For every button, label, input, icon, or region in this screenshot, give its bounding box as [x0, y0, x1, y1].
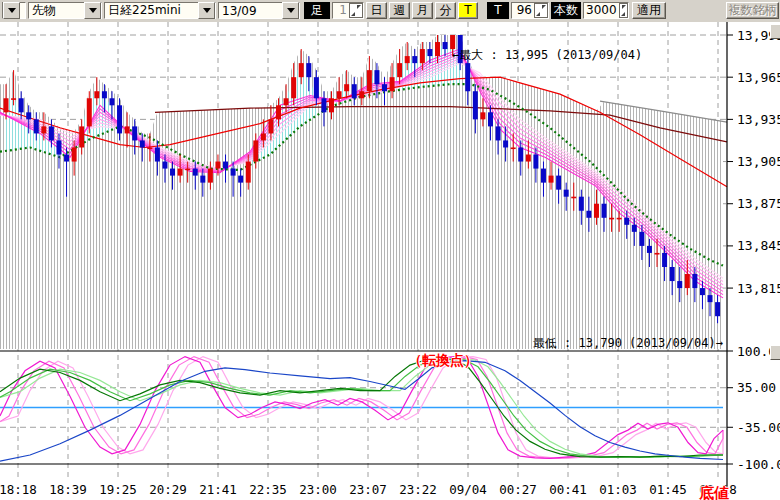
candle-down	[533, 155, 538, 169]
price-tick-label: 13,845	[737, 238, 780, 253]
candle-down	[662, 253, 667, 267]
candle-up	[511, 147, 516, 149]
candle-down	[155, 147, 160, 161]
candle-up	[420, 49, 425, 63]
contract-month-value: 13/09	[219, 4, 282, 18]
candle-down	[579, 197, 584, 211]
period-minute-button[interactable]: 分	[435, 2, 456, 19]
candle-up	[268, 119, 273, 133]
contract-month-combo[interactable]: 13/09	[218, 2, 300, 19]
candle-up	[87, 98, 92, 126]
candle-down	[321, 98, 326, 112]
candle-down	[314, 77, 319, 98]
toolbar: 先物 日経225mini 13/09 足 1 日 週 月 分 T T 96 本数…	[0, 0, 780, 23]
candle-down	[19, 98, 24, 112]
candle-down	[632, 225, 637, 232]
candle-down	[602, 204, 607, 218]
spin-icon[interactable]	[619, 3, 628, 18]
price-tick-label: 13,875	[737, 196, 780, 211]
candle-down	[556, 176, 561, 190]
candle-down	[200, 176, 205, 183]
spin-icon[interactable]	[534, 3, 548, 18]
candle-down	[412, 56, 417, 63]
candle-down	[352, 84, 357, 98]
bar-interval-stepper[interactable]: 1	[332, 2, 364, 19]
candle-down	[473, 91, 478, 119]
time-tick-label: 00:27	[499, 482, 537, 497]
multi-symbol-button[interactable]: 複数銘柄	[726, 2, 779, 19]
max-price-annotation: ←最大 : 13,995 (2013/09/04)	[452, 47, 642, 64]
candle-down	[586, 211, 591, 218]
chevron-down-icon[interactable]	[3, 2, 20, 19]
candle-down	[692, 274, 697, 288]
candle-up	[390, 77, 395, 91]
candle-up	[435, 42, 440, 56]
candle-up	[41, 126, 46, 133]
category-combo[interactable]: 先物	[28, 2, 102, 19]
candle-down	[443, 42, 448, 49]
candle-down	[56, 140, 61, 154]
period-month-button[interactable]: 月	[412, 2, 433, 19]
osc-tick-label: 35.00	[737, 380, 776, 395]
tick-mode-button[interactable]: T	[458, 2, 478, 19]
period-day-button[interactable]: 日	[366, 2, 387, 19]
price-tick-label: 13,935	[737, 112, 780, 127]
candle-down	[140, 140, 145, 147]
chevron-down-icon[interactable]	[84, 2, 101, 19]
axis-mini-button[interactable]	[770, 345, 780, 360]
candle-down	[541, 169, 546, 183]
candle-up	[4, 98, 9, 112]
axis-mini-button[interactable]	[770, 24, 780, 39]
candle-up	[299, 63, 304, 77]
candle-up	[329, 98, 334, 112]
candle-up	[253, 140, 258, 161]
candle-up	[685, 274, 690, 288]
candle-down	[64, 155, 69, 162]
period-week-button[interactable]: 週	[389, 2, 410, 19]
candle-down	[117, 105, 122, 133]
price-tick-label: 13,815	[737, 281, 780, 296]
candle-down	[700, 288, 705, 295]
candle-up	[276, 105, 281, 119]
candle-up	[11, 98, 16, 100]
candle-down	[26, 112, 31, 119]
candle-up	[344, 84, 349, 91]
tick-label: T	[487, 2, 509, 19]
candle-up	[526, 155, 531, 162]
bars-count-stepper[interactable]: 3000	[583, 2, 629, 19]
window-select-combo[interactable]	[2, 2, 26, 19]
candle-down	[223, 162, 228, 169]
candle-down	[503, 140, 508, 147]
candle-down	[647, 246, 652, 253]
candle-down	[49, 126, 54, 140]
candle-down	[34, 119, 39, 133]
spin-icon[interactable]	[349, 3, 363, 18]
instrument-combo[interactable]: 日経225mini	[104, 2, 216, 19]
time-tick-label: 01:45	[649, 482, 687, 497]
candle-up	[208, 169, 213, 183]
price-tick-label: 13,905	[737, 154, 780, 169]
chevron-down-icon[interactable]	[282, 2, 299, 19]
chevron-down-icon[interactable]	[198, 2, 215, 19]
time-tick-label: 00:41	[549, 482, 587, 497]
candle-down	[670, 267, 675, 281]
tick-count-value: 96	[512, 3, 534, 18]
chart-area[interactable]: 13,99513,96513,93513,90513,87513,84513,8…	[0, 22, 780, 500]
candle-up	[284, 98, 289, 105]
apply-button[interactable]: 適用	[632, 2, 666, 19]
candle-up	[609, 218, 614, 220]
candle-up	[617, 218, 622, 220]
time-tick-label: 19:25	[99, 482, 137, 497]
candle-up	[480, 112, 485, 119]
bar-type-label: 足	[304, 2, 330, 19]
time-tick-label: 01:03	[599, 482, 637, 497]
price-and-oscillator-chart[interactable]: 13,99513,96513,93513,90513,87513,84513,8…	[0, 22, 780, 500]
candle-down	[465, 63, 470, 91]
time-tick-label: 23:07	[349, 482, 387, 497]
tick-count-stepper[interactable]: 96	[511, 2, 549, 19]
candle-down	[374, 70, 379, 84]
candle-down	[132, 126, 137, 140]
candle-down	[715, 302, 720, 316]
candle-down	[306, 63, 311, 77]
candle-down	[102, 91, 107, 98]
